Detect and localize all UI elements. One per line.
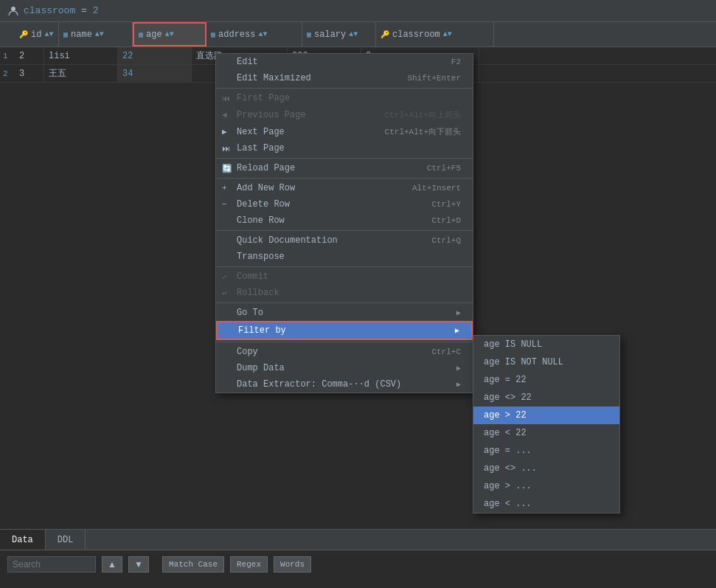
menu-item-edit-maximized[interactable]: Edit Maximized Shift+Enter [216, 70, 473, 86]
menu-label-rollback: Rollback [237, 288, 279, 298]
sort-arrow-address: ▲▼ [258, 30, 267, 38]
regex-chip[interactable]: Regex [230, 556, 268, 573]
menu-label-edit: Edit [237, 57, 258, 67]
arrow-dump-data: ▶ [456, 364, 461, 373]
col-header-age[interactable]: ▦ age ▲▼ [133, 22, 206, 46]
table-icon-salary: ▦ [307, 30, 311, 39]
top-bar-value: 2 [93, 5, 99, 16]
menu-item-clone-row[interactable]: Clone Row Ctrl+D [216, 212, 473, 229]
col-header-salary[interactable]: ▦ salary ▲▼ [302, 22, 376, 46]
words-chip[interactable]: Words [274, 556, 311, 573]
submenu-label-age-gt-22: age > 22 [484, 410, 526, 421]
menu-label-commit: Commit [237, 271, 268, 282]
cell-name-1[interactable]: lisi [44, 47, 118, 64]
col-label-age: age [146, 30, 162, 40]
scroll-up-button[interactable]: ▲ [102, 556, 122, 573]
menu-sep-3 [216, 178, 473, 179]
cell-id-2[interactable]: 3 [15, 65, 44, 82]
menu-item-add-row[interactable]: + Add New Row Alt+Insert [216, 180, 473, 196]
col-header-name[interactable]: ▦ name ▲▼ [59, 22, 133, 46]
submenu-item-age-neq-22[interactable]: age <> 22 [473, 389, 619, 407]
cell-name-2[interactable]: 王五 [44, 65, 118, 82]
submenu-item-age-is-null[interactable]: age IS NULL [473, 336, 619, 353]
tab-ddl[interactable]: DDL [46, 530, 86, 550]
match-case-label: Match Case [169, 560, 218, 569]
menu-item-data-extractor[interactable]: Data Extractor: Comma-··d (CSV) ▶ [216, 376, 473, 392]
menu-item-first-page[interactable]: ⏮ First Page [216, 90, 473, 106]
col-header-address[interactable]: ▦ address ▲▼ [206, 22, 302, 46]
submenu-label-age-lt-22: age < 22 [484, 428, 526, 438]
next-page-icon: ▶ [222, 127, 227, 136]
scroll-down-button[interactable]: ▼ [128, 556, 149, 573]
menu-shortcut-clone-row: Ctrl+D [431, 216, 461, 225]
menu-item-quick-doc[interactable]: Quick Documentation Ctrl+Q [216, 232, 473, 249]
menu-shortcut-prev-page: Ctrl+Alt+向上箭头 [385, 109, 461, 120]
cell-age-1[interactable]: 22 [118, 47, 192, 64]
key-icon-classroom: 🔑 [380, 30, 389, 39]
svg-point-0 [11, 7, 15, 11]
submenu-item-age-eq-dots[interactable]: age = ... [473, 442, 619, 460]
top-bar-operator: = [75, 5, 92, 16]
menu-item-dump-data[interactable]: Dump Data ▶ [216, 360, 473, 376]
menu-item-delete-row[interactable]: − Delete Row Ctrl+Y [216, 196, 473, 212]
submenu-label-age-lt-dots: age < ... [484, 499, 532, 509]
menu-label-next-page: Next Page [237, 127, 285, 137]
menu-item-reload-page[interactable]: 🔄 Reload Page Ctrl+F5 [216, 160, 473, 176]
table-icon-age: ▦ [139, 30, 143, 39]
key-icon: 🔑 [19, 30, 28, 39]
menu-sep-2 [216, 158, 473, 159]
menu-sep-1 [216, 88, 473, 89]
col-header-classroom[interactable]: 🔑 classroom ▲▼ [376, 22, 494, 46]
match-case-chip[interactable]: Match Case [162, 556, 224, 573]
menu-item-rollback[interactable]: ↩ Rollback [216, 285, 473, 301]
submenu-label-age-is-not-null: age IS NOT NULL [484, 357, 563, 367]
commit-icon: ✓ [222, 272, 227, 282]
sort-arrow-classroom: ▲▼ [443, 30, 452, 38]
menu-label-copy: Copy [237, 347, 258, 357]
submenu-item-age-lt-22[interactable]: age < 22 [473, 424, 619, 442]
col-label-address: address [218, 30, 255, 40]
submenu-item-age-gt-dots[interactable]: age > ... [473, 477, 619, 495]
menu-item-edit[interactable]: Edit F2 [216, 54, 473, 70]
menu-sep-7 [216, 342, 473, 342]
menu-item-last-page[interactable]: ⏭ Last Page [216, 140, 473, 156]
menu-item-next-page[interactable]: ▶ Next Page Ctrl+Alt+向下箭头 [216, 123, 473, 140]
submenu-item-age-lt-dots[interactable]: age < ... [473, 495, 619, 513]
menu-label-first-page: First Page [237, 93, 290, 103]
menu-label-filter-by: Filter by [238, 325, 286, 336]
submenu-label-age-gt-dots: age > ... [484, 481, 532, 491]
menu-label-quick-doc: Quick Documentation [237, 235, 338, 246]
menu-item-prev-page[interactable]: ◀ Previous Page Ctrl+Alt+向上箭头 [216, 106, 473, 123]
menu-shortcut-reload: Ctrl+F5 [427, 164, 461, 173]
menu-label-go-to: Go To [237, 308, 263, 318]
tab-data[interactable]: Data [0, 530, 46, 550]
submenu-item-age-neq-dots[interactable]: age <> ... [473, 460, 619, 477]
submenu-item-age-eq-22[interactable]: age = 22 [473, 371, 619, 389]
first-page-icon: ⏮ [222, 94, 230, 103]
menu-label-edit-maximized: Edit Maximized [237, 73, 311, 83]
menu-item-filter-by[interactable]: Filter by ▶ [216, 321, 473, 340]
cell-age-2[interactable]: 34 [118, 65, 192, 82]
col-header-id[interactable]: 🔑 id ▲▼ [15, 22, 59, 46]
top-bar-title: classroom = 2 [24, 5, 98, 16]
bottom-panel: Data DDL ▲ ▼ Match Case Regex Words [0, 529, 716, 588]
cell-id-1[interactable]: 2 [15, 47, 44, 64]
tab-bar: Data DDL [0, 530, 716, 550]
menu-item-copy[interactable]: Copy Ctrl+C [216, 344, 473, 360]
submenu-filter: age IS NULL age IS NOT NULL age = 22 age… [473, 335, 620, 513]
submenu-label-age-neq-22: age <> 22 [484, 392, 532, 403]
menu-item-transpose[interactable]: Transpose [216, 249, 473, 265]
top-bar: classroom = 2 [0, 0, 716, 22]
submenu-label-age-neq-dots: age <> ... [484, 463, 537, 474]
submenu-item-age-is-not-null[interactable]: age IS NOT NULL [473, 353, 619, 371]
menu-label-dump-data: Dump Data [237, 363, 285, 373]
menu-shortcut-quick-doc: Ctrl+Q [431, 236, 461, 245]
db-table-name: classroom [24, 5, 75, 16]
rollback-icon: ↩ [222, 288, 227, 298]
submenu-label-age-is-null: age IS NULL [484, 339, 542, 350]
search-input[interactable] [7, 556, 96, 573]
words-label: Words [280, 560, 305, 569]
menu-item-commit[interactable]: ✓ Commit [216, 269, 473, 285]
submenu-item-age-gt-22[interactable]: age > 22 [473, 407, 619, 424]
menu-item-go-to[interactable]: Go To ▶ [216, 305, 473, 321]
